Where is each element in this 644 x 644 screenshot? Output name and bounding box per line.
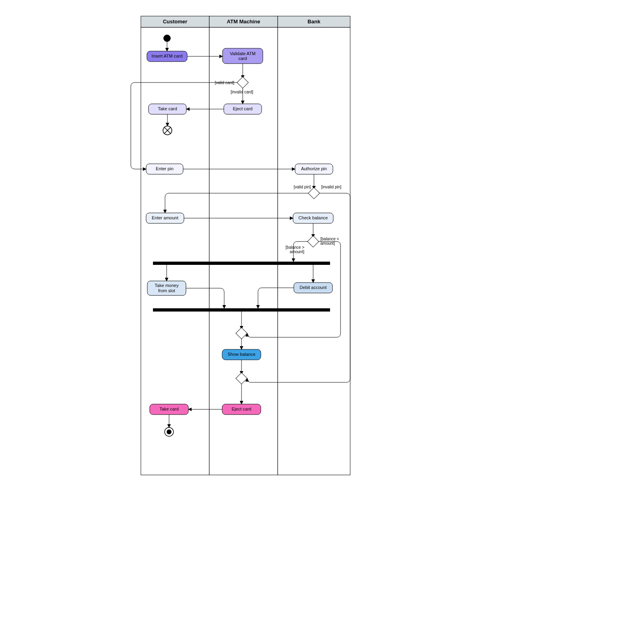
- svg-point-9: [167, 429, 171, 434]
- join-bar: [153, 308, 330, 312]
- header-atm-label: ATM Machine: [227, 19, 260, 25]
- activity-validate-atm-card-label-l1: Validate ATM: [230, 51, 256, 56]
- activity-insert-atm-card-label: Insert ATM card: [152, 54, 183, 58]
- activity-take-money-label-l1: Take money: [155, 283, 179, 288]
- activity-eject-card-2-label: Eject card: [232, 407, 252, 411]
- activity-eject-card-1-label: Eject card: [233, 106, 253, 111]
- guard-valid-pin: [valid pin]: [294, 185, 311, 189]
- activity-enter-pin-label: Enter pin: [156, 166, 173, 171]
- lane-bank: [278, 27, 350, 475]
- activity-take-card-2-label: Take card: [159, 407, 179, 411]
- activity-take-money-label-l2: from slot: [158, 288, 175, 293]
- activity-check-balance-label: Check balance: [299, 215, 328, 220]
- guard-balance-lt-l1: [balance <: [320, 237, 339, 241]
- activity-validate-atm-card-label-l2: card: [238, 56, 247, 61]
- initial-node: [163, 35, 171, 42]
- header-customer-label: Customer: [163, 19, 188, 25]
- guard-invalid-pin: [invalid pin]: [321, 185, 341, 189]
- activity-enter-amount-label: Enter amount: [152, 215, 178, 220]
- atm-activity-diagram: Customer ATM Machine Bank Insert ATM car…: [0, 0, 644, 644]
- activity-take-card-1-label: Take card: [158, 106, 177, 111]
- fork-bar: [153, 262, 330, 265]
- guard-invalid-card: [invalid card]: [231, 90, 253, 94]
- header-bank-label: Bank: [308, 19, 321, 25]
- activity-final-node: [165, 427, 173, 436]
- activity-authorize-pin-label: Authorize pin: [301, 166, 327, 171]
- guard-balance-gt-l1: [balance >: [286, 245, 305, 250]
- guard-balance-gt-l2: amount]: [290, 250, 304, 254]
- activity-debit-account-label: Debit account: [299, 285, 326, 290]
- guard-balance-lt-l2: amount]: [320, 241, 335, 246]
- activity-show-balance-label: Show balance: [227, 352, 255, 357]
